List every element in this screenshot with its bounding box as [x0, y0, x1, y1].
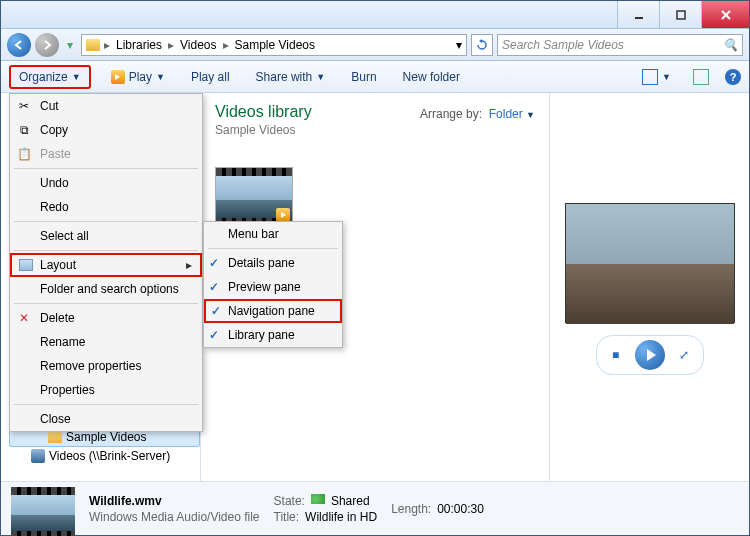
play-all-button[interactable]: Play all — [185, 67, 236, 87]
help-button[interactable]: ? — [725, 69, 741, 85]
details-pane: Wildlife.wmv Windows Media Audio/Video f… — [1, 481, 749, 535]
burn-button[interactable]: Burn — [345, 67, 382, 87]
details-filetype: Windows Media Audio/Video file — [89, 510, 260, 524]
close-button[interactable] — [701, 1, 749, 28]
share-with-button[interactable]: Share with ▼ — [250, 67, 332, 87]
folder-icon — [48, 431, 62, 443]
menu-remove-properties[interactable]: Remove properties — [10, 354, 202, 378]
preview-stop-button[interactable]: ■ — [607, 346, 625, 364]
play-button[interactable]: Play ▼ — [105, 67, 171, 87]
details-title: Wildlife in HD — [305, 510, 377, 524]
menu-folder-options[interactable]: Folder and search options — [10, 277, 202, 301]
organize-menu: ✂Cut ⧉Copy 📋Paste Undo Redo Select all L… — [9, 93, 203, 432]
address-bar[interactable]: ▸ Libraries ▸ Videos ▸ Sample Videos ▾ — [81, 34, 467, 56]
menu-layout[interactable]: Layout — [10, 253, 202, 277]
preview-image — [565, 203, 735, 323]
minimize-button[interactable] — [617, 1, 659, 28]
layout-icon — [18, 257, 34, 273]
menu-redo[interactable]: Redo — [10, 195, 202, 219]
details-state: Shared — [331, 494, 370, 508]
check-icon: ✓ — [209, 328, 219, 342]
preview-pane: ■ ⤢ — [549, 93, 749, 481]
menu-copy[interactable]: ⧉Copy — [10, 118, 202, 142]
svg-rect-0 — [635, 17, 643, 19]
menu-paste[interactable]: 📋Paste — [10, 142, 202, 166]
details-thumbnail — [11, 487, 75, 531]
check-icon: ✓ — [209, 256, 219, 270]
address-bar-row: ▾ ▸ Libraries ▸ Videos ▸ Sample Videos ▾… — [1, 29, 749, 61]
menu-rename[interactable]: Rename — [10, 330, 202, 354]
menu-cut[interactable]: ✂Cut — [10, 94, 202, 118]
new-folder-button[interactable]: New folder — [397, 67, 466, 87]
svg-rect-1 — [677, 11, 685, 19]
menu-delete[interactable]: ✕Delete — [10, 306, 202, 330]
titlebar — [1, 1, 749, 29]
preview-play-button[interactable] — [635, 340, 665, 370]
view-mode-button[interactable]: ▼ — [636, 66, 677, 88]
submenu-details-pane[interactable]: ✓Details pane — [204, 251, 342, 275]
menu-select-all[interactable]: Select all — [10, 224, 202, 248]
explorer-window: ▾ ▸ Libraries ▸ Videos ▸ Sample Videos ▾… — [0, 0, 750, 536]
play-overlay-icon — [276, 208, 290, 222]
submenu-navigation-pane[interactable]: ✓Navigation pane — [204, 299, 342, 323]
command-bar: Organize ▼ Play ▼ Play all Share with ▼ … — [1, 61, 749, 93]
tree-network-videos[interactable]: Videos (\\Brink-Server) — [9, 447, 200, 465]
search-placeholder: Search Sample Videos — [502, 38, 624, 52]
search-icon: 🔍 — [723, 38, 738, 52]
cut-icon: ✂ — [16, 98, 32, 114]
delete-icon: ✕ — [16, 310, 32, 326]
preview-controls: ■ ⤢ — [596, 335, 704, 375]
layout-submenu: Menu bar ✓Details pane ✓Preview pane ✓Na… — [203, 221, 343, 348]
details-filename: Wildlife.wmv — [89, 494, 260, 508]
paste-icon: 📋 — [16, 146, 32, 162]
submenu-menu-bar[interactable]: Menu bar — [204, 222, 342, 246]
check-icon: ✓ — [211, 304, 221, 318]
network-folder-icon — [31, 449, 45, 463]
history-dropdown[interactable]: ▾ — [63, 33, 77, 57]
submenu-library-pane[interactable]: ✓Library pane — [204, 323, 342, 347]
menu-close[interactable]: Close — [10, 407, 202, 431]
shared-icon — [311, 494, 325, 504]
path-segment[interactable]: Sample Videos — [233, 38, 318, 52]
back-button[interactable] — [7, 33, 31, 57]
maximize-button[interactable] — [659, 1, 701, 28]
search-input[interactable]: Search Sample Videos 🔍 — [497, 34, 743, 56]
play-icon — [111, 70, 125, 84]
arrange-by[interactable]: Arrange by: Folder ▼ — [420, 107, 535, 121]
organize-button[interactable]: Organize ▼ — [9, 65, 91, 89]
copy-icon: ⧉ — [16, 122, 32, 138]
submenu-preview-pane[interactable]: ✓Preview pane — [204, 275, 342, 299]
preview-pane-toggle[interactable] — [687, 66, 715, 88]
path-segment[interactable]: Libraries — [114, 38, 164, 52]
menu-undo[interactable]: Undo — [10, 171, 202, 195]
path-separator: ▸ — [104, 38, 110, 52]
body: ✂Cut ⧉Copy 📋Paste Undo Redo Select all L… — [1, 93, 749, 481]
check-icon: ✓ — [209, 280, 219, 294]
menu-properties[interactable]: Properties — [10, 378, 202, 402]
path-segment[interactable]: Videos — [178, 38, 218, 52]
refresh-button[interactable] — [471, 34, 493, 56]
preview-fullscreen-button[interactable]: ⤢ — [675, 346, 693, 364]
address-dropdown[interactable]: ▾ — [456, 38, 462, 52]
video-thumbnail — [215, 167, 293, 225]
details-length: 00:00:30 — [437, 502, 484, 516]
forward-button[interactable] — [35, 33, 59, 57]
library-subtitle: Sample Videos — [215, 123, 535, 137]
folder-icon — [86, 39, 100, 51]
